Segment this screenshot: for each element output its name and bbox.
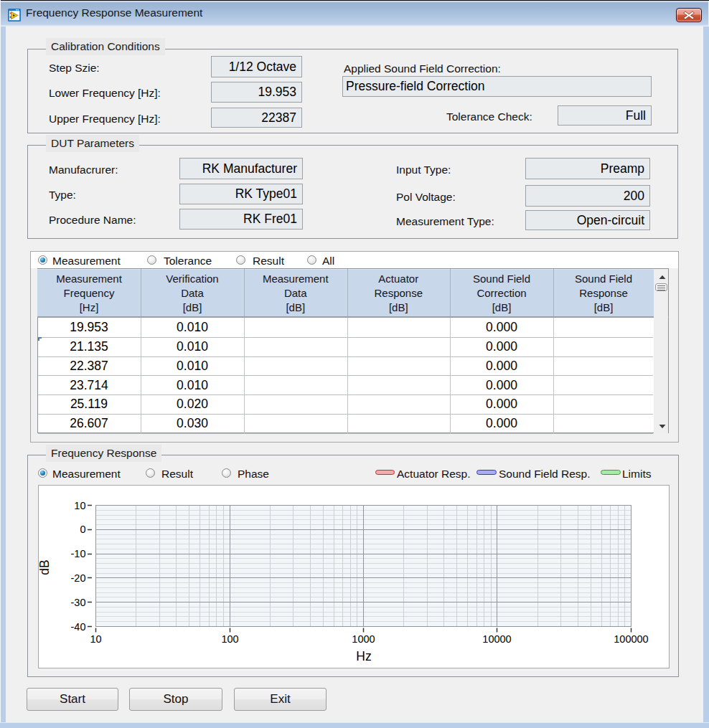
svg-text:dB: dB — [37, 559, 52, 575]
svg-text:10000: 10000 — [482, 633, 511, 645]
svg-text:-40: -40 — [71, 621, 86, 633]
svg-text:0: 0 — [80, 524, 85, 535]
svg-text:-30: -30 — [71, 597, 86, 608]
svg-text:Hz: Hz — [356, 649, 371, 663]
svg-text:1000: 1000 — [352, 633, 375, 645]
svg-text:-10: -10 — [71, 548, 86, 559]
svg-text:10: 10 — [90, 633, 101, 645]
svg-text:-20: -20 — [71, 572, 86, 584]
svg-text:100: 100 — [221, 633, 238, 645]
svg-text:10: 10 — [74, 500, 85, 511]
svg-text:100000: 100000 — [614, 633, 648, 645]
